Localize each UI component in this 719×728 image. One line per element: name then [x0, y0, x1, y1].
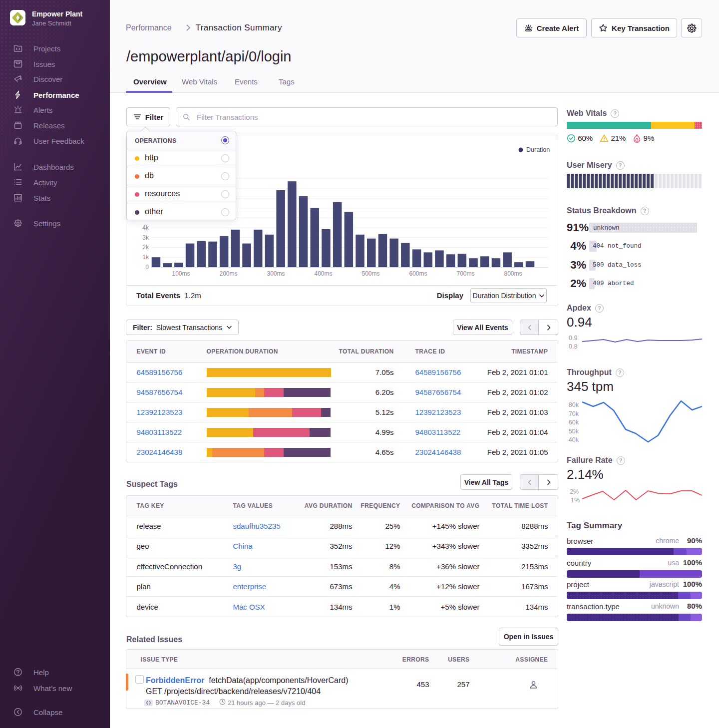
svg-text:100ms: 100ms — [172, 270, 190, 277]
svg-text:700ms: 700ms — [456, 270, 474, 277]
svg-text:600ms: 600ms — [409, 270, 427, 277]
svg-text:300ms: 300ms — [267, 270, 285, 277]
svg-text:1k: 1k — [142, 254, 149, 261]
svg-text:3k: 3k — [142, 234, 149, 241]
svg-text:400ms: 400ms — [314, 270, 332, 277]
svg-text:2k: 2k — [142, 244, 149, 251]
svg-text:500ms: 500ms — [361, 270, 379, 277]
svg-text:800ms: 800ms — [504, 270, 522, 277]
svg-text:0: 0 — [145, 264, 149, 271]
svg-text:Duration: Duration — [526, 146, 550, 153]
svg-text:4k: 4k — [142, 224, 149, 231]
svg-text:200ms: 200ms — [219, 270, 237, 277]
